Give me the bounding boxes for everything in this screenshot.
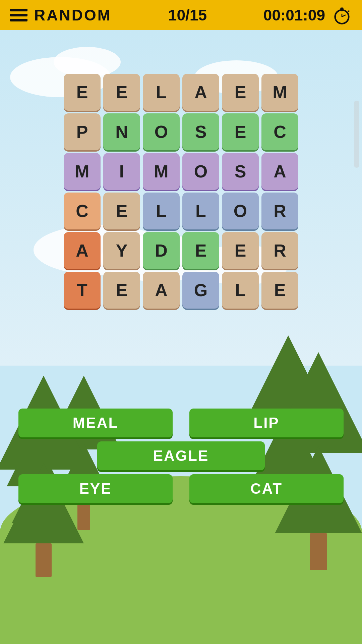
cell-r1-c5[interactable]: C	[261, 113, 298, 150]
cell-r4-c2[interactable]: D	[143, 232, 180, 269]
game-mode-title: RANDOM	[34, 6, 112, 24]
cell-r5-c5[interactable]: E	[261, 272, 298, 309]
cell-r0-c4[interactable]: E	[222, 74, 259, 111]
svg-line-5	[348, 11, 349, 12]
score-display: 10/15	[168, 6, 207, 24]
cell-r3-c0[interactable]: C	[64, 193, 101, 229]
cell-r3-c1[interactable]: E	[103, 193, 140, 229]
scrollbar[interactable]	[354, 101, 359, 168]
word-badge-lip[interactable]: LIP	[189, 409, 344, 437]
word-badge-eagle[interactable]: EAGLE	[97, 441, 265, 470]
cell-r2-c1[interactable]: I	[103, 153, 140, 190]
cell-r1-c4[interactable]: E	[222, 113, 259, 150]
cell-r1-c2[interactable]: O	[143, 113, 180, 150]
word-row-1: MEAL LIP	[0, 409, 362, 437]
cell-r3-c4[interactable]: O	[222, 193, 259, 229]
cell-r3-c3[interactable]: L	[182, 193, 219, 229]
word-badge-cat[interactable]: CAT	[189, 474, 344, 503]
cell-r2-c2[interactable]: M	[143, 153, 180, 190]
cell-r4-c0[interactable]: A	[64, 232, 101, 269]
cell-r4-c1[interactable]: Y	[103, 232, 140, 269]
cell-r1-c0[interactable]: P	[64, 113, 101, 150]
cell-r0-c1[interactable]: E	[103, 74, 140, 111]
cell-r0-c3[interactable]: A	[182, 74, 219, 111]
cell-r2-c3[interactable]: O	[182, 153, 219, 190]
cell-r4-c3[interactable]: E	[182, 232, 219, 269]
cell-r5-c4[interactable]: L	[222, 272, 259, 309]
cell-r2-c5[interactable]: A	[261, 153, 298, 190]
cell-r3-c2[interactable]: L	[143, 193, 180, 229]
cell-r2-c4[interactable]: S	[222, 153, 259, 190]
cloud	[54, 47, 121, 77]
cell-r2-c0[interactable]: M	[64, 153, 101, 190]
cell-r0-c2[interactable]: L	[143, 74, 180, 111]
cell-r1-c3[interactable]: S	[182, 113, 219, 150]
timer-display: 00:01:09	[263, 6, 325, 24]
cell-r4-c4[interactable]: E	[222, 232, 259, 269]
menu-button[interactable]	[10, 9, 27, 21]
header-right: 00:01:09	[263, 5, 352, 25]
svg-line-4	[342, 15, 346, 17]
cell-r4-c5[interactable]: R	[261, 232, 298, 269]
word-badge-meal[interactable]: MEAL	[18, 409, 173, 437]
stopwatch-icon	[332, 5, 352, 25]
word-row-3: EYE CAT	[0, 474, 362, 503]
header: RANDOM 10/15 00:01:09	[0, 0, 362, 30]
header-left: RANDOM	[10, 6, 112, 24]
word-row-2: EAGLE	[0, 441, 362, 470]
cell-r3-c5[interactable]: R	[261, 193, 298, 229]
cell-r5-c1[interactable]: E	[103, 272, 140, 309]
cell-r1-c1[interactable]: N	[103, 113, 140, 150]
words-container: MEAL LIP EAGLE EYE CAT	[0, 409, 362, 503]
cell-r5-c2[interactable]: A	[143, 272, 180, 309]
letter-grid[interactable]: EELAEMPNOSECMIMOSACELLORAYDEERTEAGLE	[64, 74, 298, 309]
cell-r5-c0[interactable]: T	[64, 272, 101, 309]
cell-r0-c0[interactable]: E	[64, 74, 101, 111]
svg-rect-1	[340, 7, 343, 10]
cell-r5-c3[interactable]: G	[182, 272, 219, 309]
cell-r0-c5[interactable]: M	[261, 74, 298, 111]
word-badge-eye[interactable]: EYE	[18, 474, 173, 503]
